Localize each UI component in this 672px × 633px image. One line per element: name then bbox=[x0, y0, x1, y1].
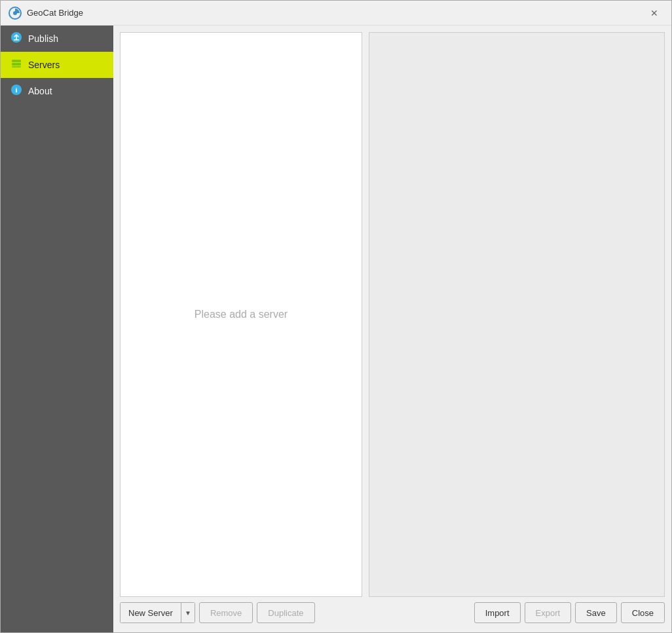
sidebar-item-publish[interactable]: Publish bbox=[1, 26, 113, 52]
remove-button[interactable]: Remove bbox=[199, 602, 253, 623]
main-window: GeoCat Bridge ✕ Publish bbox=[0, 0, 672, 633]
sidebar-item-about[interactable]: i About bbox=[1, 78, 113, 104]
sidebar-publish-label: Publish bbox=[28, 33, 58, 44]
svg-rect-4 bbox=[12, 60, 21, 62]
app-title: GeoCat Bridge bbox=[27, 8, 645, 18]
save-button[interactable]: Save bbox=[575, 602, 617, 623]
sidebar-servers-label: Servers bbox=[28, 60, 60, 70]
svg-rect-6 bbox=[12, 66, 21, 67]
svg-point-1 bbox=[13, 11, 17, 15]
server-list-panel: Please add a server bbox=[120, 32, 362, 597]
server-detail-panel bbox=[369, 32, 665, 597]
close-window-button[interactable]: ✕ bbox=[645, 4, 663, 22]
bottom-bar-right: Import Export Save Close bbox=[474, 602, 665, 623]
close-button[interactable]: Close bbox=[621, 602, 665, 623]
about-icon: i bbox=[10, 84, 23, 98]
content-area: Publish Servers i bbox=[1, 26, 671, 632]
sidebar: Publish Servers i bbox=[1, 26, 113, 632]
servers-icon bbox=[10, 58, 23, 72]
export-button[interactable]: Export bbox=[525, 602, 572, 623]
duplicate-button[interactable]: Duplicate bbox=[257, 602, 314, 623]
publish-icon bbox=[10, 31, 23, 46]
new-server-dropdown-button[interactable]: ▼ bbox=[181, 602, 195, 623]
svg-rect-5 bbox=[12, 63, 21, 66]
svg-text:i: i bbox=[15, 86, 17, 94]
title-bar: GeoCat Bridge ✕ bbox=[1, 1, 671, 26]
empty-server-message: Please add a server bbox=[195, 309, 288, 320]
svg-rect-3 bbox=[14, 39, 19, 41]
new-server-button[interactable]: New Server bbox=[120, 602, 181, 623]
new-server-button-group: New Server ▼ bbox=[120, 602, 195, 623]
geocat-logo-icon bbox=[9, 7, 22, 20]
sidebar-item-servers[interactable]: Servers bbox=[1, 52, 113, 78]
dropdown-arrow-icon: ▼ bbox=[185, 609, 191, 617]
bottom-bar: New Server ▼ Remove Duplicate Import Exp… bbox=[120, 597, 665, 626]
import-button[interactable]: Import bbox=[474, 602, 521, 623]
panels-row: Please add a server bbox=[120, 32, 665, 597]
sidebar-about-label: About bbox=[28, 86, 52, 96]
main-area: Please add a server New Server ▼ Remove … bbox=[113, 26, 671, 632]
